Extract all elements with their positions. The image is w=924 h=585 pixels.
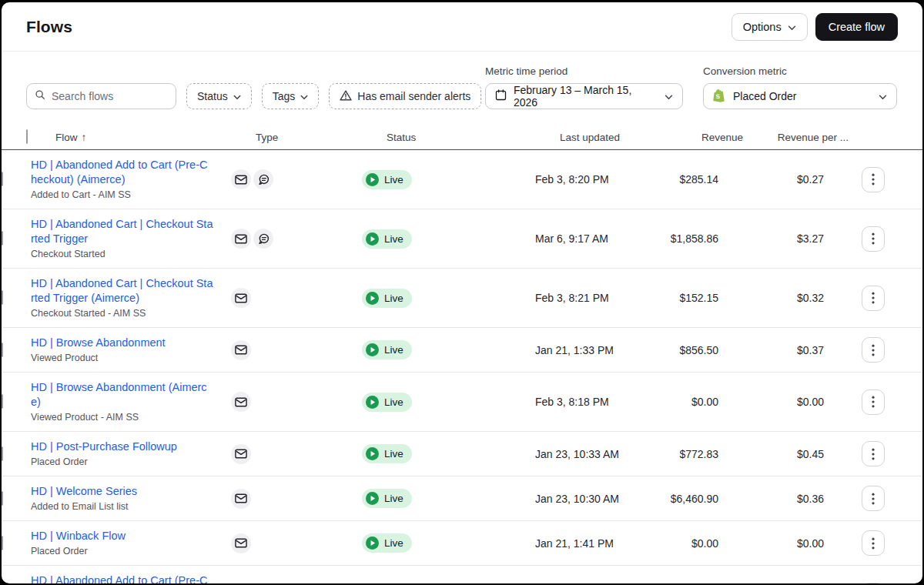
email-sender-alerts-filter[interactable]: Has email sender alerts: [329, 83, 481, 109]
conversion-metric-select[interactable]: S Placed Order: [703, 83, 897, 109]
row-actions-menu-button[interactable]: [862, 389, 885, 415]
column-header-revenue[interactable]: Revenue: [648, 132, 743, 143]
warning-triangle-icon: [340, 90, 352, 103]
row-actions-menu-button[interactable]: [862, 486, 885, 511]
flows-page: Flows Options Create flow Status Tags: [2, 2, 922, 583]
row-checkbox[interactable]: [2, 491, 3, 506]
status-badge-label: Live: [384, 493, 403, 504]
row-checkbox[interactable]: [2, 536, 3, 550]
metric-time-period-select[interactable]: February 13 – March 15, 2026: [485, 83, 683, 109]
chevron-down-icon: [879, 90, 887, 102]
status-badge-label: Live: [384, 396, 403, 408]
row-checkbox[interactable]: [2, 446, 3, 461]
flow-name-link[interactable]: HD | Abandoned Add to Cart (Pre-Checkout…: [31, 573, 213, 583]
flow-table-row: HD | Post-Purchase Followup Placed Order…: [2, 432, 922, 476]
status-badge-label: Live: [384, 448, 403, 460]
revenue-cell: $1,858.86: [624, 232, 718, 245]
flow-table-row: HD | Welcome Series Added to Email List …: [2, 476, 922, 521]
column-header-flow[interactable]: Flow ↑: [55, 132, 256, 143]
kebab-icon: [872, 493, 875, 505]
column-header-revenue-per[interactable]: Revenue per ...: [743, 132, 849, 143]
flow-type-cell: [231, 288, 362, 308]
status-filter[interactable]: Status: [186, 83, 252, 109]
options-button-label: Options: [743, 21, 782, 33]
row-actions-menu-button[interactable]: [862, 286, 885, 311]
flow-name-link[interactable]: HD | Abandoned Cart | Checkout Started T…: [31, 217, 213, 246]
revenue-cell: $772.83: [624, 448, 718, 460]
tags-filter-label: Tags: [273, 90, 296, 102]
options-button[interactable]: Options: [732, 13, 808, 41]
revenue-per-cell: $0.45: [718, 448, 824, 460]
revenue-per-cell: $0.00: [718, 537, 824, 550]
row-checkbox[interactable]: [2, 172, 3, 186]
row-checkbox[interactable]: [2, 343, 3, 357]
flow-name-link[interactable]: HD | Browse Abandonment (Aimerce): [31, 380, 213, 410]
status-badge: Live: [362, 170, 412, 189]
live-play-icon: [366, 232, 379, 246]
row-checkbox[interactable]: [2, 290, 3, 305]
live-play-icon: [366, 173, 379, 186]
kebab-icon: [872, 537, 875, 550]
row-actions-menu-button[interactable]: [862, 337, 885, 363]
live-play-icon: [366, 292, 379, 305]
flow-table-row: HD | Abandoned Add to Cart (Pre-Checkout…: [2, 150, 922, 209]
revenue-cell: $152.15: [624, 292, 718, 304]
kebab-icon: [872, 173, 875, 186]
kebab-icon: [872, 396, 875, 408]
row-actions-menu-button[interactable]: [862, 226, 885, 252]
conversion-metric-label: Conversion metric: [703, 65, 897, 77]
search-input[interactable]: [52, 90, 168, 102]
metric-time-period-label: Metric time period: [485, 65, 683, 77]
revenue-per-cell: $0.00: [718, 396, 824, 408]
status-badge: Live: [362, 289, 412, 308]
row-checkbox[interactable]: [2, 231, 3, 246]
flow-trigger-label: Viewed Product: [31, 353, 231, 364]
conversion-metric-value: Placed Order: [733, 90, 796, 102]
row-actions-menu-button[interactable]: [862, 441, 885, 466]
revenue-cell: $0.00: [624, 396, 718, 408]
row-checkbox[interactable]: [2, 394, 3, 409]
column-header-last-updated[interactable]: Last updated: [560, 132, 648, 143]
status-badge: Live: [362, 444, 412, 463]
row-actions-menu-button[interactable]: [862, 530, 885, 556]
kebab-icon: [872, 292, 875, 304]
last-updated-cell: Mar 6, 9:17 AM: [535, 232, 624, 245]
flow-name-link[interactable]: HD | Browse Abandonment: [31, 336, 213, 350]
row-actions-menu-button[interactable]: [862, 167, 885, 192]
tags-filter[interactable]: Tags: [262, 83, 320, 109]
flow-type-cell: [231, 533, 362, 553]
flow-name-link[interactable]: HD | Welcome Series: [31, 484, 213, 499]
live-play-icon: [366, 396, 379, 409]
chevron-down-icon: [788, 21, 796, 33]
toolbar: Status Tags Has email sender alerts Metr…: [2, 52, 922, 125]
row-actions-menu-button[interactable]: [862, 583, 885, 584]
svg-text:S: S: [715, 92, 720, 99]
create-flow-button[interactable]: Create flow: [815, 13, 898, 41]
chevron-down-icon: [233, 90, 241, 102]
select-all-checkbox[interactable]: [26, 129, 28, 144]
status-badge-label: Live: [384, 344, 403, 356]
revenue-per-cell: $0.37: [718, 344, 824, 356]
column-header-status[interactable]: Status: [387, 132, 560, 143]
flow-trigger-label: Added to Cart - AIM SS: [31, 189, 231, 201]
flow-name-link[interactable]: HD | Abandoned Add to Cart (Pre-Checkout…: [31, 158, 213, 187]
last-updated-cell: Feb 3, 8:21 PM: [535, 292, 624, 304]
column-header-type[interactable]: Type: [256, 132, 387, 143]
flow-table-row: HD | Browse Abandonment Viewed Product L…: [2, 328, 922, 373]
status-badge-label: Live: [384, 537, 403, 549]
flow-name-link[interactable]: HD | Winback Flow: [31, 529, 213, 543]
flow-trigger-label: Placed Order: [31, 456, 231, 468]
flow-name-link[interactable]: HD | Post-Purchase Followup: [31, 440, 213, 454]
revenue-per-cell: $3.27: [718, 232, 824, 245]
metric-controls: Metric time period February 13 – March 1…: [485, 65, 897, 109]
shopify-icon: S: [713, 89, 726, 105]
search-flows-box[interactable]: [26, 83, 176, 109]
revenue-cell: $6,460.90: [624, 493, 718, 505]
calendar-icon: [495, 89, 507, 103]
metric-time-period-value: February 13 – March 15, 2026: [514, 84, 658, 109]
flow-name-link[interactable]: HD | Abandoned Cart | Checkout Started T…: [31, 276, 213, 306]
conversion-metric-group: Conversion metric S Placed Order: [703, 65, 897, 109]
flow-type-cell: [231, 169, 362, 189]
create-flow-button-label: Create flow: [829, 21, 885, 33]
email-icon: [231, 444, 251, 464]
